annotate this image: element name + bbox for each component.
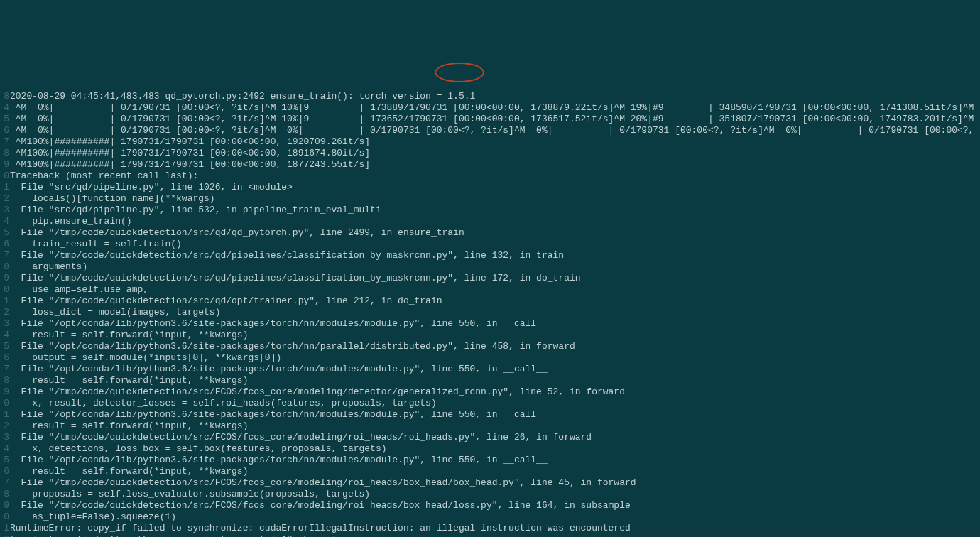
line-text: File "/tmp/code/quickdetection/src/FCOS/…: [10, 477, 636, 489]
line-text: result = self.forward(*input, **kwargs): [10, 375, 248, 386]
line-text: ^M 0%| | 0/1790731 [00:00<?, ?it/s]^M 10…: [10, 102, 974, 114]
line-text: use_amp=self.use_amp,: [10, 284, 148, 295]
line-number: 5: [0, 341, 10, 352]
line-number: 0: [0, 284, 10, 295]
line-text: x, result, detector_losses = self.roi_he…: [10, 398, 437, 409]
terminal-line: 1 File "/tmp/code/quickdetection/src/qd/…: [0, 295, 980, 307]
line-text: arguments): [10, 261, 87, 273]
line-number: 8: [0, 375, 10, 386]
line-number: 8: [0, 148, 10, 159]
line-text: output = self.module(*inputs[0], **kwarg…: [10, 352, 281, 364]
line-text: File "/tmp/code/quickdetection/src/qd/pi…: [10, 250, 564, 261]
terminal-line: 0 use_amp=self.use_amp,: [0, 284, 980, 295]
line-text: File "src/qd/pipeline.py", line 532, in …: [10, 205, 381, 216]
terminal-line: 7 File "/tmp/code/quickdetection/src/FCO…: [0, 477, 980, 489]
terminal-line: 1 RuntimeError: copy_if failed to synchr…: [0, 523, 980, 534]
terminal-line: 2 loss_dict = model(images, targets): [0, 307, 980, 318]
line-number: 0: [0, 170, 10, 182]
terminal-line: 6 output = self.module(*inputs[0], **kwa…: [0, 352, 980, 364]
line-text: result = self.forward(*input, **kwargs): [10, 466, 248, 477]
line-text: 2020-08-29 04:45:41,483.483 qd_pytorch.p…: [10, 91, 475, 102]
line-number: 2: [0, 534, 10, 537]
terminal-line: 4 result = self.forward(*input, **kwargs…: [0, 330, 980, 341]
line-number: 9: [0, 500, 10, 511]
terminal-line: 3 File "/tmp/code/quickdetection/src/FCO…: [0, 432, 980, 443]
line-number: 1: [0, 295, 10, 307]
line-number: 2: [0, 421, 10, 432]
red-circle-annotation: [435, 63, 484, 82]
line-text: File "/tmp/code/quickdetection/src/FCOS/…: [10, 386, 625, 398]
line-number: 5: [0, 455, 10, 466]
line-text: locals()[function_name](**kwargs): [10, 193, 215, 205]
line-text: File "/opt/conda/lib/python3.6/site-pack…: [10, 364, 548, 375]
terminal-line: 5 File "/opt/conda/lib/python3.6/site-pa…: [0, 341, 980, 352]
line-text: File "/tmp/code/quickdetection/src/FCOS/…: [10, 500, 631, 511]
line-text: loss_dict = model(images, targets): [10, 307, 220, 318]
line-text: File "/tmp/code/quickdetection/src/qd/pi…: [10, 273, 581, 284]
terminal-line: 6 ^M 0%| | 0/1790731 [00:00<?, ?it/s]^M …: [0, 125, 980, 136]
line-number: 5: [0, 227, 10, 239]
line-number: 1: [0, 182, 10, 193]
terminal-line: 0 Traceback (most recent call last):: [0, 170, 980, 182]
terminal-line: 1 File "src/qd/pipeline.py", line 1026, …: [0, 182, 980, 193]
terminal-line: 5 File "/opt/conda/lib/python3.6/site-pa…: [0, 455, 980, 466]
line-number: 4: [0, 216, 10, 227]
terminal-line: 2 locals()[function_name](**kwargs): [0, 193, 980, 205]
line-text: pip.ensure_train(): [10, 216, 132, 227]
line-number: 7: [0, 250, 10, 261]
terminal-line: 9 ^M100%|##########| 1790731/1790731 [00…: [0, 159, 980, 170]
line-number: 3: [0, 318, 10, 330]
line-number: 5: [0, 114, 10, 125]
terminal-line: 2 result = self.forward(*input, **kwargs…: [0, 421, 980, 432]
terminal-output[interactable]: 8 2020-08-29 04:45:41,483.483 qd_pytorch…: [0, 57, 980, 537]
terminal-line: 8 arguments): [0, 261, 980, 273]
line-number: 2: [0, 193, 10, 205]
line-text: RuntimeError: copy_if failed to synchron…: [10, 523, 631, 534]
terminal-line: 4 x, detections, loss_box = self.box(fea…: [0, 443, 980, 455]
terminal-line: 5 File "/tmp/code/quickdetection/src/qd/…: [0, 227, 980, 239]
terminal-line: 3 File "/opt/conda/lib/python3.6/site-pa…: [0, 318, 980, 330]
line-text: as_tuple=False).squeeze(1): [10, 511, 176, 523]
line-number: 9: [0, 386, 10, 398]
terminal-line: 2 terminate called after throwing an ins…: [0, 534, 980, 537]
line-text: ^M 0%| | 0/1790731 [00:00<?, ?it/s]^M 10…: [10, 114, 974, 125]
terminal-line: 8 result = self.forward(*input, **kwargs…: [0, 375, 980, 386]
line-text: ^M100%|##########| 1790731/1790731 [00:0…: [10, 159, 370, 170]
line-number: 9: [0, 159, 10, 170]
line-text: terminate called after throwing an insta…: [10, 534, 337, 537]
terminal-line: 7 ^M100%|##########| 1790731/1790731 [00…: [0, 136, 980, 148]
line-text: File "/tmp/code/quickdetection/src/FCOS/…: [10, 432, 592, 443]
line-number: 4: [0, 102, 10, 114]
line-number: 3: [0, 205, 10, 216]
line-number: 3: [0, 432, 10, 443]
line-number: 4: [0, 330, 10, 341]
terminal-line: 8 2020-08-29 04:45:41,483.483 qd_pytorch…: [0, 91, 980, 102]
line-number: 8: [0, 261, 10, 273]
line-number: 1: [0, 523, 10, 534]
line-text: File "/opt/conda/lib/python3.6/site-pack…: [10, 409, 548, 421]
line-text: File "/tmp/code/quickdetection/src/qd/op…: [10, 295, 442, 307]
line-number: 9: [0, 273, 10, 284]
terminal-line: 5 ^M 0%| | 0/1790731 [00:00<?, ?it/s]^M …: [0, 114, 980, 125]
line-text: ^M100%|##########| 1790731/1790731 [00:0…: [10, 136, 370, 148]
terminal-line: 9 File "/tmp/code/quickdetection/src/FCO…: [0, 500, 980, 511]
line-text: Traceback (most recent call last):: [10, 170, 198, 182]
terminal-line: 9 File "/tmp/code/quickdetection/src/FCO…: [0, 386, 980, 398]
line-number: 6: [0, 239, 10, 250]
line-number: 2: [0, 307, 10, 318]
terminal-line: 3 File "src/qd/pipeline.py", line 532, i…: [0, 205, 980, 216]
line-number: 6: [0, 125, 10, 136]
line-number: 8: [0, 489, 10, 500]
line-text: result = self.forward(*input, **kwargs): [10, 421, 248, 432]
terminal-line: 6 result = self.forward(*input, **kwargs…: [0, 466, 980, 477]
line-text: result = self.forward(*input, **kwargs): [10, 330, 248, 341]
line-text: x, detections, loss_box = self.box(featu…: [10, 443, 387, 455]
line-text: File "/opt/conda/lib/python3.6/site-pack…: [10, 318, 548, 330]
line-number: 6: [0, 352, 10, 364]
line-text: File "src/qd/pipeline.py", line 1026, in…: [10, 182, 293, 193]
line-text: train_result = self.train(): [10, 239, 182, 250]
line-number: 6: [0, 466, 10, 477]
terminal-line: 0 x, result, detector_losses = self.roi_…: [0, 398, 980, 409]
terminal-line: 6 train_result = self.train(): [0, 239, 980, 250]
line-number: 4: [0, 443, 10, 455]
